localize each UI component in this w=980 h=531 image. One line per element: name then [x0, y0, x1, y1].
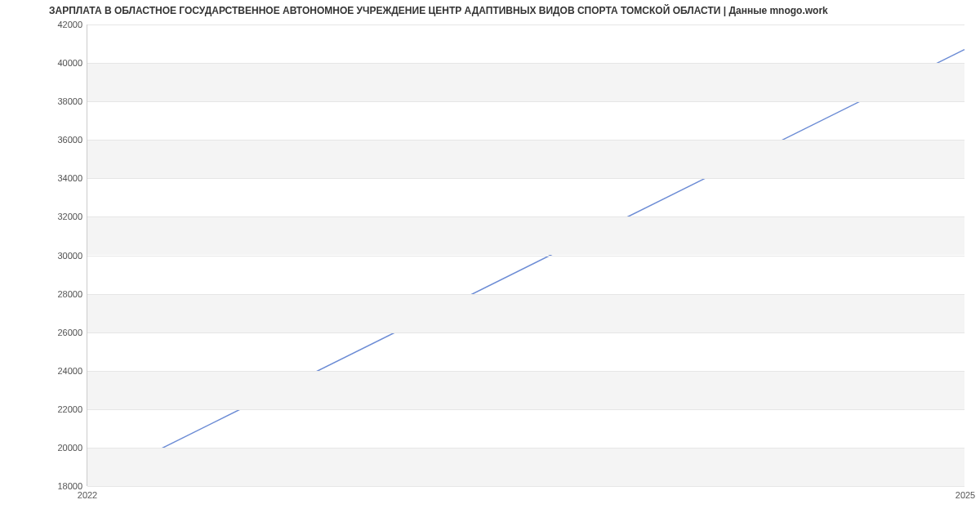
grid-band [87, 371, 964, 409]
grid-band [87, 63, 964, 101]
chart-container: ЗАРПЛАТА В ОБЛАСТНОЕ ГОСУДАРСТВЕННОЕ АВТ… [0, 0, 980, 531]
y-tick-label: 36000 [57, 135, 82, 145]
plot-area: 1800020000220002400026000280003000032000… [87, 25, 964, 486]
y-tick-label: 22000 [57, 404, 82, 414]
y-gridline [87, 371, 964, 372]
y-tick-label: 28000 [57, 289, 82, 299]
y-tick-label: 32000 [57, 212, 82, 221]
y-tick-label: 26000 [57, 328, 82, 337]
y-gridline [87, 256, 964, 257]
series-line [87, 50, 964, 485]
y-tick-label: 24000 [57, 366, 82, 376]
grid-band [87, 216, 964, 255]
x-tick-label: 2025 [956, 490, 975, 500]
y-gridline [87, 332, 964, 333]
y-gridline [87, 25, 964, 25]
y-gridline [87, 216, 964, 217]
y-tick-label: 30000 [57, 251, 82, 261]
y-gridline [87, 178, 964, 179]
chart-title: ЗАРПЛАТА В ОБЛАСТНОЕ ГОСУДАРСТВЕННОЕ АВТ… [49, 5, 828, 16]
y-gridline [87, 486, 964, 487]
y-gridline [87, 140, 964, 141]
y-tick-label: 42000 [57, 20, 82, 29]
y-gridline [87, 409, 964, 410]
y-tick-label: 20000 [57, 443, 82, 453]
grid-band [87, 140, 964, 178]
grid-band [87, 448, 964, 486]
y-gridline [87, 294, 964, 295]
y-tick-label: 40000 [57, 58, 82, 68]
y-gridline [87, 101, 964, 102]
x-tick-label: 2022 [78, 490, 97, 500]
y-tick-label: 38000 [57, 96, 82, 106]
y-tick-label: 34000 [57, 173, 82, 183]
y-gridline [87, 63, 964, 64]
grid-band [87, 294, 964, 332]
y-gridline [87, 448, 964, 448]
